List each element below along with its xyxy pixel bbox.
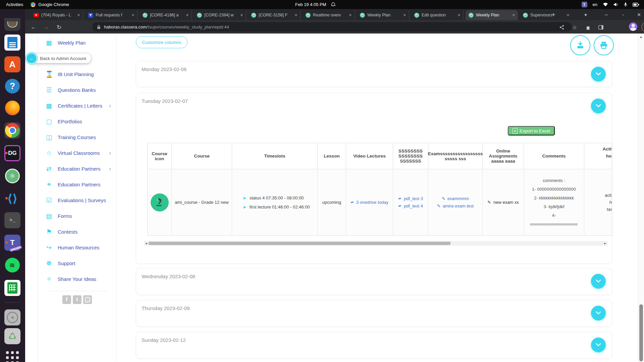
twitter-icon[interactable]: t (73, 295, 82, 304)
browser-tab[interactable]: [CORE-2394] w✕ (194, 10, 246, 20)
collapse-day-button[interactable] (591, 99, 606, 113)
forward-button[interactable]: → (42, 23, 51, 32)
tab-close-icon[interactable]: ✕ (294, 13, 298, 17)
window-minimize-button[interactable]: ─ (601, 10, 611, 19)
app-icon-help[interactable]: ? (4, 78, 20, 94)
tab-close-icon[interactable]: ✕ (240, 13, 243, 17)
expand-day-button[interactable] (591, 67, 606, 81)
sidebar-item-human-resources[interactable]: ↪Human Resources (39, 240, 116, 255)
profile-avatar[interactable] (629, 22, 637, 31)
window-close-button[interactable]: ✕ (634, 10, 644, 19)
sidebar-item-education-partners[interactable]: ⇄Education Partners› (39, 161, 116, 177)
column-header: Course (172, 143, 232, 169)
app-icon-firefox[interactable] (4, 100, 20, 116)
back-button[interactable]: ← (29, 23, 38, 32)
expand-day-button[interactable] (591, 306, 606, 320)
sidebar-item-eportfolios[interactable]: ▢EPortfolios (39, 114, 116, 129)
extensions-puzzle-icon[interactable] (584, 23, 592, 32)
sidebar-item-virtual-classrooms[interactable]: ☆Virtual Classrooms› (39, 145, 116, 161)
browser-tab[interactable]: Weekly Plan✕ (357, 10, 409, 20)
browser-tab[interactable]: (704) Royals - L✕ (31, 10, 83, 20)
horizontal-scroll-thumb[interactable] (149, 242, 450, 245)
sidebar-item-forms[interactable]: ▤Forms (39, 208, 116, 224)
tab-close-icon[interactable]: ✕ (403, 13, 406, 17)
browser-tab[interactable]: Realtime overv✕ (303, 10, 355, 20)
browser-tab[interactable]: Pull requests f✕ (85, 10, 138, 20)
pdf-link[interactable]: ✒pdf_test 4 (398, 202, 423, 210)
app-icon-teams[interactable]: TPREVIEW (4, 235, 20, 251)
swap-arrows-icon: ⇄ (45, 165, 53, 173)
sidebar-item-questions-banks[interactable]: ☰Questions Banks (39, 82, 116, 98)
sidebar-item-weekly-plan[interactable]: ▦Weekly Plan (39, 35, 116, 51)
tab-close-icon[interactable]: ✕ (458, 13, 461, 17)
video-lectures-link[interactable]: ✒3 onedrive today (351, 199, 388, 206)
teams-tray-icon[interactable]: T (582, 2, 587, 7)
app-icon-terminal[interactable]: >_ (4, 212, 20, 228)
app-icon-atom[interactable]: ⚛ (4, 168, 20, 184)
instagram-icon[interactable] (83, 295, 92, 304)
keyboard-layout-indicator[interactable]: en (593, 2, 597, 7)
print-button[interactable] (594, 35, 614, 55)
tab-close-icon[interactable]: ✕ (512, 13, 515, 17)
facebook-icon[interactable]: f (62, 295, 71, 304)
exam-link[interactable]: ✎amira exam test (437, 202, 474, 210)
app-icon-libreoffice-calc[interactable] (4, 280, 20, 296)
focused-app-menu[interactable]: Google Chrome (31, 2, 69, 7)
app-icon-camera[interactable] (4, 18, 20, 31)
sidebar-item-certificates-letters[interactable]: ▩Certificates | Letters› (39, 98, 116, 114)
exam-link[interactable]: ✎exammmm (442, 195, 469, 202)
browser-tab[interactable]: Supervisors✕ (520, 10, 572, 20)
bookmark-star-icon[interactable]: ☆ (570, 23, 579, 32)
app-icon-libreoffice-writer[interactable] (4, 35, 20, 51)
app-icon-show-applications[interactable] (4, 350, 20, 362)
download-button[interactable] (570, 35, 590, 55)
browser-tab[interactable]: Edit question✕ (411, 10, 464, 20)
app-icon-datagrip[interactable]: DG (4, 145, 20, 161)
tab-close-icon[interactable]: ✕ (77, 13, 80, 17)
tab-close-icon[interactable]: ✕ (131, 13, 135, 17)
tab-close-icon[interactable]: ✕ (349, 13, 352, 17)
sidebar-item-education-partners-2[interactable]: ⚭Education Partners (39, 177, 116, 192)
app-icon-vscode[interactable]: ⟨⟩ (4, 190, 20, 206)
sidebar-item-share-your-ideas[interactable]: ✧Share Your Ideas (39, 271, 116, 287)
tab-close-icon[interactable]: ✕ (186, 13, 189, 17)
pdf-link[interactable]: ✒pdf_test 3 (398, 195, 423, 202)
new-tab-button[interactable]: + (548, 10, 558, 19)
app-icon-spotify[interactable]: ≋ (4, 257, 20, 273)
sidebar-item-evaluations-surveys[interactable]: ☑Evaluations | Surveys (39, 192, 116, 208)
vertical-scrollbar[interactable]: ▲ (638, 34, 644, 362)
activities-button[interactable]: Activities (6, 2, 23, 7)
back-to-admin-tooltip[interactable]: ← Back to Admin Account (28, 54, 91, 63)
battery-icon[interactable] (633, 3, 639, 7)
export-to-excel-button[interactable]: x Export to Excel (508, 126, 555, 135)
app-icon-disks[interactable] (4, 309, 20, 325)
sidebar-item-support[interactable]: ☸Support (39, 255, 116, 271)
browser-tab[interactable]: [CORE-4186] a✕ (140, 10, 192, 20)
window-restore-button[interactable]: ▫ (618, 10, 628, 19)
browser-tab[interactable]: [CORE-3158] F✕ (248, 10, 301, 20)
reload-button[interactable]: ↻ (55, 23, 63, 32)
scroll-up-arrow[interactable]: ▲ (640, 36, 642, 39)
scroll-left-arrow[interactable]: ◄ (144, 242, 149, 245)
sidebar-item-ib-unit-planning[interactable]: ⌛IB Unit Planning (39, 66, 116, 82)
clock[interactable]: Feb 19 4:05 PM (295, 2, 326, 7)
tab-search-chevron[interactable]: ▾ (581, 10, 591, 19)
browser-tab-active[interactable]: Weekly Plan✕ (466, 10, 518, 20)
scroll-right-arrow[interactable]: ► (603, 242, 607, 245)
horizontal-scrollbar[interactable]: ◄ ► (144, 241, 607, 246)
chrome-update-button[interactable]: Update⋮ (642, 22, 644, 32)
address-bar[interactable]: haboras.classera.com/tsupv/courses/weekl… (92, 22, 572, 32)
sidebar-item-contests[interactable]: ⚑Contests (39, 224, 116, 240)
sidebar-item-training-courses[interactable]: ◫Training Courses (39, 129, 116, 145)
tab-close-icon[interactable]: ✕ (567, 13, 570, 17)
app-icon-ubuntu-software[interactable]: A (4, 56, 20, 72)
share-icon[interactable] (557, 23, 566, 32)
app-icon-trash[interactable]: ♺ (4, 328, 20, 344)
app-icon-chrome[interactable] (4, 122, 20, 138)
expand-day-button[interactable] (591, 338, 606, 352)
vertical-scroll-thumb[interactable] (639, 304, 643, 361)
timeslot: ▶first lecture 01:46:00 - 02:46:00 (233, 204, 316, 209)
customize-columns-button[interactable]: Customize columns (136, 36, 187, 48)
expand-day-button[interactable] (591, 274, 606, 289)
side-panel-icon[interactable] (596, 23, 605, 32)
